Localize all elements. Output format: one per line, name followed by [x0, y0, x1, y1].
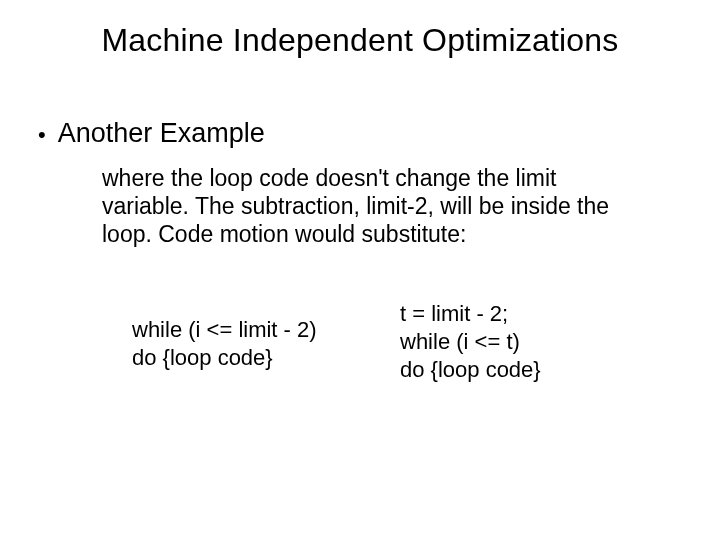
- code-block-before: while (i <= limit - 2) do {loop code}: [132, 316, 372, 372]
- bullet-item: • Another Example: [38, 118, 265, 149]
- code-line: do {loop code}: [400, 356, 660, 384]
- slide-title: Machine Independent Optimizations: [0, 22, 720, 59]
- bullet-marker: •: [38, 121, 46, 148]
- bullet-text: Another Example: [58, 118, 265, 149]
- code-line: t = limit - 2;: [400, 300, 660, 328]
- code-line: while (i <= t): [400, 328, 660, 356]
- slide: Machine Independent Optimizations • Anot…: [0, 0, 720, 540]
- code-line: while (i <= limit - 2): [132, 316, 372, 344]
- code-block-after: t = limit - 2; while (i <= t) do {loop c…: [400, 300, 660, 384]
- code-line: do {loop code}: [132, 344, 372, 372]
- body-paragraph: where the loop code doesn't change the l…: [102, 164, 642, 248]
